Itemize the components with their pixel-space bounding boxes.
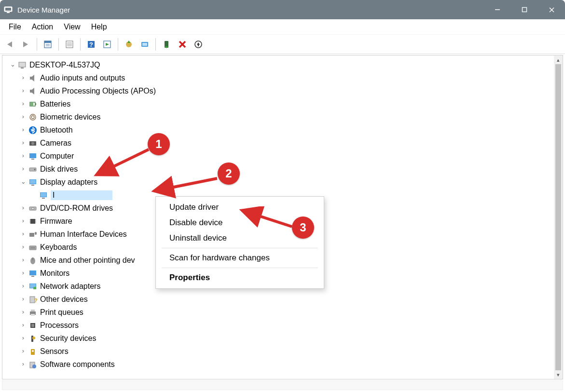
- menu-scan-hardware[interactable]: Scan for hardware changes: [156, 250, 324, 266]
- svg-rect-70: [29, 270, 36, 275]
- tree-item-software-components[interactable]: ›Software components: [3, 358, 553, 371]
- tree-item-print-queues[interactable]: ›Print queues: [3, 306, 553, 319]
- sensor-icon: [28, 347, 38, 356]
- tree-item-label: Security devices: [40, 334, 96, 343]
- expand-icon[interactable]: ›: [19, 126, 28, 133]
- tree-item-cameras[interactable]: ›Cameras: [3, 136, 553, 149]
- svg-point-43: [31, 142, 34, 145]
- enable-device-button[interactable]: [159, 37, 174, 52]
- tree-root[interactable]: ⌄ DESKTOP-4L537JQ: [3, 58, 553, 71]
- tree-item-batteries[interactable]: ›Batteries: [3, 97, 553, 110]
- tree-item-sensors[interactable]: ›Sensors: [3, 345, 553, 358]
- expand-icon[interactable]: ›: [19, 152, 28, 159]
- disable-device-button[interactable]: [175, 37, 190, 52]
- tree-item-other[interactable]: ›?Other devices: [3, 293, 553, 306]
- expand-icon[interactable]: ›: [19, 269, 28, 276]
- context-menu: Update driver Disable device Uninstall d…: [155, 196, 324, 289]
- tree-item-label: Audio Processing Objects (APOs): [40, 87, 156, 95]
- expand-icon[interactable]: ›: [19, 360, 28, 367]
- uninstall-device-button[interactable]: [191, 37, 206, 52]
- disk-icon: [28, 165, 38, 174]
- tree-item-label: Cameras: [40, 139, 71, 148]
- tree-item-biometric[interactable]: ›Biometric devices: [3, 110, 553, 123]
- tree-item-label: I: [53, 191, 55, 199]
- menu-file[interactable]: File: [4, 21, 26, 33]
- expand-icon[interactable]: ›: [19, 74, 28, 81]
- expand-icon[interactable]: ›: [19, 204, 28, 211]
- tree-item-audio-processing[interactable]: ›Audio Processing Objects (APOs): [3, 84, 553, 97]
- svg-rect-10: [44, 41, 51, 43]
- tree-item-label: Software components: [40, 360, 115, 369]
- svg-point-55: [32, 207, 34, 210]
- unknown-icon: ?: [28, 295, 38, 304]
- svg-rect-56: [30, 219, 35, 224]
- titlebar: Device Manager: [0, 0, 565, 19]
- tree-item-label: Mice and other pointing dev: [40, 256, 135, 265]
- camera-icon: [28, 139, 38, 148]
- expand-icon[interactable]: ›: [19, 308, 28, 315]
- menu-help[interactable]: Help: [86, 21, 112, 33]
- keyboard-icon: [28, 243, 38, 252]
- separator: [58, 38, 59, 51]
- svg-rect-50: [31, 185, 34, 186]
- svg-point-85: [32, 350, 34, 352]
- tree-item-label: Network adapters: [40, 282, 100, 291]
- expand-icon[interactable]: ›: [19, 139, 28, 146]
- expand-icon[interactable]: ›: [19, 87, 28, 94]
- svg-rect-79: [31, 314, 35, 316]
- action-button[interactable]: [100, 37, 114, 52]
- maximize-button[interactable]: [511, 0, 538, 19]
- tree-item-audio-inputs[interactable]: ›Audio inputs and outputs: [3, 71, 553, 84]
- expand-icon[interactable]: ›: [19, 243, 28, 250]
- tree-item-bluetooth[interactable]: ›Bluetooth: [3, 123, 553, 136]
- vertical-scrollbar[interactable]: ▴ ▾: [554, 55, 563, 379]
- menubar: File Action View Help: [0, 19, 565, 35]
- menu-action[interactable]: Action: [27, 21, 58, 33]
- expand-icon[interactable]: ›: [19, 256, 28, 263]
- svg-rect-33: [21, 68, 24, 68]
- tree-item-computer[interactable]: ›Computer: [3, 149, 553, 162]
- forward-button[interactable]: [19, 37, 33, 52]
- collapse-icon[interactable]: ⌄: [8, 61, 17, 68]
- tree-item-label: Keyboards: [40, 243, 77, 252]
- scroll-thumb[interactable]: [555, 64, 561, 370]
- svg-rect-37: [35, 103, 36, 105]
- update-driver-button[interactable]: [122, 37, 136, 52]
- menu-update-driver[interactable]: Update driver: [156, 200, 324, 215]
- expand-icon[interactable]: ›: [19, 295, 28, 302]
- help-button[interactable]: ?: [84, 37, 98, 52]
- tree-item-label: Display adapters: [40, 178, 97, 187]
- fingerprint-icon: [28, 113, 38, 122]
- tree-item-processors[interactable]: ›Processors: [3, 319, 553, 332]
- tree-item-label: Firmware: [40, 217, 72, 226]
- expand-icon[interactable]: ›: [19, 321, 28, 328]
- expand-icon[interactable]: ›: [19, 230, 28, 237]
- scroll-up-icon[interactable]: ▴: [554, 55, 563, 64]
- expand-icon[interactable]: ›: [19, 165, 28, 172]
- menu-properties[interactable]: Properties: [156, 270, 324, 285]
- expand-icon[interactable]: ›: [19, 113, 28, 120]
- minimize-button[interactable]: [484, 0, 511, 19]
- expand-icon[interactable]: ›: [19, 217, 28, 224]
- back-button[interactable]: [3, 37, 17, 52]
- window-controls: [484, 0, 565, 19]
- svg-rect-38: [30, 103, 33, 106]
- expand-icon[interactable]: ›: [19, 347, 28, 354]
- properties-button[interactable]: [62, 37, 77, 52]
- expand-icon[interactable]: ›: [19, 334, 28, 341]
- scroll-down-icon[interactable]: ▾: [554, 370, 563, 379]
- scan-hardware-button[interactable]: [138, 37, 152, 52]
- tree-item-label: Monitors: [40, 269, 69, 278]
- expand-icon[interactable]: ›: [19, 100, 28, 107]
- expand-icon[interactable]: ›: [19, 282, 28, 289]
- tree-item-disk-drives[interactable]: ›Disk drives: [3, 162, 553, 176]
- menu-view[interactable]: View: [59, 21, 85, 33]
- svg-rect-81: [31, 324, 34, 327]
- tree-item-security[interactable]: ›Security devices: [3, 332, 553, 345]
- security-icon: [28, 334, 38, 343]
- close-button[interactable]: [538, 0, 565, 19]
- show-hide-tree-button[interactable]: [41, 37, 55, 52]
- collapse-icon[interactable]: ⌄: [19, 178, 28, 185]
- svg-text:?: ?: [34, 297, 37, 303]
- tree-item-display-adapters[interactable]: ⌄Display adapters: [3, 176, 553, 189]
